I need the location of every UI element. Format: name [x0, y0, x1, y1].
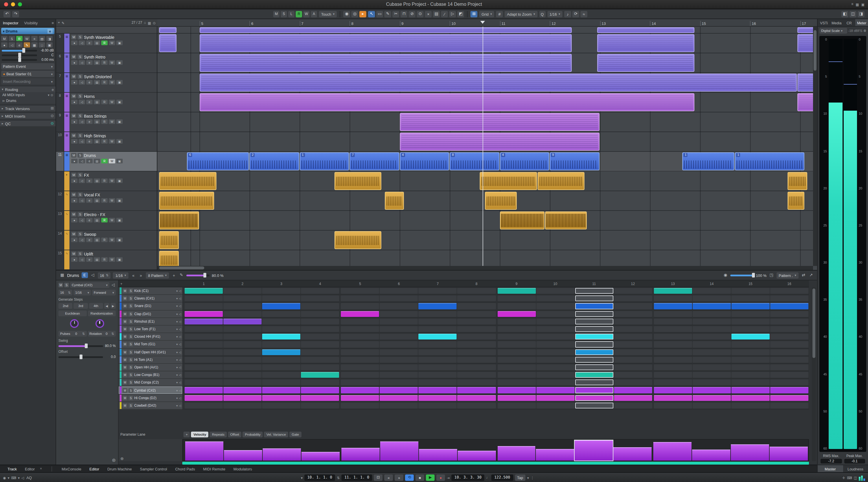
velocity-bar[interactable]: [654, 440, 692, 460]
lanes-icon[interactable]: ▣: [116, 60, 123, 65]
step-cell[interactable]: [693, 357, 731, 362]
swing-slider[interactable]: [186, 274, 210, 276]
clip[interactable]: 1: [735, 152, 804, 170]
step-cell[interactable]: [536, 341, 574, 347]
chevron-down-icon[interactable]: ▾: [176, 312, 178, 315]
zone-tab-editor[interactable]: Editor: [21, 466, 39, 471]
step-cell[interactable]: [458, 341, 496, 347]
chevron-down-icon[interactable]: ▾: [176, 327, 178, 331]
locator-swap-icon[interactable]: ⇅: [337, 475, 340, 479]
step-cell[interactable]: [418, 364, 457, 370]
param-tab-offset[interactable]: Offset: [228, 431, 242, 437]
object-select-tool[interactable]: ↖: [368, 11, 375, 17]
step-cell[interactable]: [536, 387, 574, 393]
step-cell[interactable]: [380, 295, 418, 301]
step-cell[interactable]: [185, 403, 223, 408]
read-automation-icon[interactable]: R: [101, 40, 107, 45]
step-cell[interactable]: [770, 357, 808, 362]
left-zone-icon[interactable]: ◧: [841, 11, 848, 17]
solo-button[interactable]: S: [78, 54, 83, 59]
metronome-icon[interactable]: ◉: [3, 475, 6, 479]
step-cell[interactable]: [458, 372, 496, 378]
edit-channel-icon[interactable]: e: [86, 218, 93, 223]
add-parameter-button[interactable]: +: [183, 431, 190, 437]
step-cell[interactable]: [654, 380, 692, 386]
step-cell[interactable]: [223, 364, 261, 370]
preview-speaker-icon[interactable]: ◁: [90, 273, 95, 278]
step-cell[interactable]: [185, 357, 223, 362]
step-cell[interactable]: [575, 349, 613, 355]
pattern-menu-select[interactable]: Pattern .▾: [776, 272, 799, 278]
lane-mute-button[interactable]: M: [58, 283, 63, 287]
section-routing[interactable]: ▾Routinge: [0, 86, 56, 92]
step-cell[interactable]: [693, 395, 731, 401]
lane-solo-button[interactable]: S: [128, 319, 133, 324]
stop-button[interactable]: ■: [415, 474, 424, 481]
clip[interactable]: [537, 172, 584, 190]
pan-slider[interactable]: [2, 54, 37, 56]
step-cell[interactable]: [301, 341, 339, 347]
step-cell[interactable]: [693, 349, 731, 355]
shift-right-icon[interactable]: ▶: [111, 303, 116, 309]
step-cell[interactable]: [458, 288, 496, 294]
lane-preview-icon[interactable]: ◁: [179, 350, 181, 354]
clip[interactable]: 8: [450, 152, 499, 170]
left-locator-display[interactable]: 10. 1. 1. 0: [304, 474, 335, 481]
right-tab-vsti[interactable]: VSTi: [818, 19, 830, 26]
step-cell[interactable]: [341, 334, 379, 339]
euclidean-button[interactable]: Euclidean: [58, 311, 87, 316]
lane-preview-icon[interactable]: ◁: [179, 404, 181, 407]
step-cell[interactable]: [185, 295, 223, 301]
step-cell[interactable]: [341, 403, 379, 408]
tempo-display[interactable]: 122.500: [491, 474, 513, 481]
velocity-bar[interactable]: [380, 440, 418, 460]
step-cell[interactable]: [732, 380, 770, 386]
lane-preview-icon[interactable]: ◁: [179, 389, 181, 392]
glue-tool[interactable]: ⊓: [400, 11, 407, 17]
step-cell[interactable]: [185, 303, 223, 309]
track-row-vocal-fx[interactable]: 12 ∿ M S Vocal FX ● ◁ e ▤ R W ▣: [56, 191, 157, 211]
step-cell[interactable]: [223, 311, 261, 317]
write-automation-icon[interactable]: W: [109, 139, 115, 144]
step-cell[interactable]: [732, 288, 770, 294]
lane-label[interactable]: M S Cowbell (D#2) ▾ ◁: [119, 402, 182, 409]
clip[interactable]: 6: [187, 152, 249, 170]
inspector-button[interactable]: ●: [1, 42, 7, 48]
lane-solo-button[interactable]: S: [128, 327, 133, 331]
write-automation-icon[interactable]: W: [109, 100, 115, 104]
record-arm-icon[interactable]: ●: [71, 178, 78, 183]
step-cell[interactable]: [770, 395, 808, 401]
expand-icon[interactable]: ◳: [769, 273, 774, 278]
step-cell[interactable]: [458, 380, 496, 386]
edit-channel-icon[interactable]: e: [86, 178, 93, 183]
edit-channel-icon[interactable]: e: [86, 139, 93, 144]
edit-instrument-button[interactable]: E: [81, 272, 88, 278]
lane-mute-button[interactable]: M: [123, 327, 127, 331]
step-cell[interactable]: [654, 319, 692, 324]
step-cell[interactable]: [732, 326, 770, 332]
step-cell[interactable]: [654, 387, 692, 393]
add-track-button[interactable]: +: [58, 21, 60, 24]
step-cell[interactable]: [575, 319, 613, 324]
position-display[interactable]: 10. 3. 3. 30: [452, 474, 484, 481]
step-cell[interactable]: [301, 349, 339, 355]
home-icon[interactable]: ⌂: [144, 21, 146, 25]
play-button[interactable]: ▶: [426, 474, 435, 481]
step-cell[interactable]: [341, 288, 379, 294]
right-tab-cr[interactable]: CR: [843, 19, 856, 26]
lower-tab-editor[interactable]: Editor: [85, 466, 103, 471]
automation-a-button[interactable]: A: [311, 11, 317, 17]
inspector-button[interactable]: R: [16, 36, 23, 41]
record-arm-icon[interactable]: ●: [71, 237, 78, 242]
split-tool[interactable]: ✂: [392, 11, 399, 17]
step-cell[interactable]: [497, 326, 535, 332]
chevron-down-icon[interactable]: ▾: [176, 389, 178, 392]
step-cell[interactable]: [575, 303, 613, 309]
step-cell[interactable]: [497, 372, 535, 378]
automation-w-button[interactable]: W: [303, 11, 310, 17]
step-cell[interactable]: [654, 395, 692, 401]
step-cell[interactable]: [497, 387, 535, 393]
write-automation-icon[interactable]: W: [109, 40, 115, 45]
gear-icon[interactable]: ⊛: [112, 458, 116, 463]
inspector-button[interactable]: ✎: [24, 42, 30, 48]
